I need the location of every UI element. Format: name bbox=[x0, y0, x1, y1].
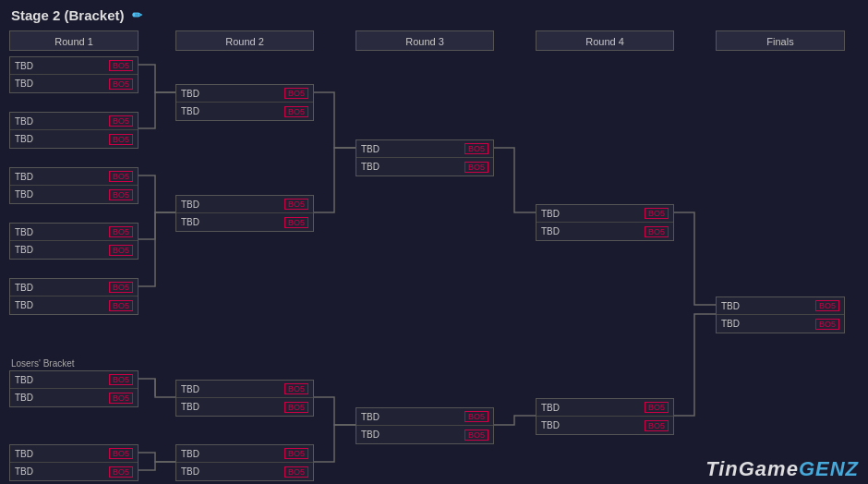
team-row: TBD BO5 bbox=[176, 85, 313, 103]
team-row: TBD BO5 bbox=[10, 57, 138, 75]
team-row: TBD BO5 bbox=[10, 279, 138, 296]
connector-r1-2-r2-1 bbox=[139, 92, 175, 128]
watermark: TinGameGENZ bbox=[705, 457, 859, 481]
match-r1-4: TBD BO5 TBD BO5 bbox=[9, 223, 139, 260]
round2-label: Round 2 bbox=[175, 30, 314, 51]
team-row: TBD BO5 bbox=[176, 196, 313, 213]
team-row: TBD BO5 bbox=[10, 130, 138, 148]
match-finals-1: TBD BO5 TBD BO5 bbox=[716, 296, 845, 333]
connector-r2-1-r3-1 bbox=[314, 92, 356, 148]
team-row: TBD BO5 bbox=[536, 399, 673, 417]
round1-label: Round 1 bbox=[9, 30, 139, 51]
team-row: TBD BO5 bbox=[717, 297, 844, 315]
connector-r1-1-r2-1 bbox=[139, 65, 175, 92]
connector-r3-2-r4-2 bbox=[494, 416, 536, 425]
match-r1-1: TBD BO5 TBD BO5 bbox=[9, 56, 139, 93]
team-row: TBD BO5 bbox=[10, 75, 138, 92]
team-row: TBD BO5 bbox=[10, 371, 138, 389]
team-row: TBD BO5 bbox=[176, 103, 313, 120]
page-title: Stage 2 (Bracket) ✏ bbox=[0, 0, 868, 30]
team-row: TBD BO5 bbox=[176, 445, 313, 463]
team-row: TBD BO5 bbox=[176, 381, 313, 398]
match-r2-1: TBD BO5 TBD BO5 bbox=[175, 84, 314, 121]
team-row: TBD BO5 bbox=[10, 224, 138, 241]
connector-r4-1-finals bbox=[674, 212, 716, 305]
team-row: TBD BO5 bbox=[10, 463, 138, 480]
bracket-wrapper: Round 1 Round 2 Round 3 Round 4 Finals T… bbox=[0, 30, 868, 483]
team-row: TBD BO5 bbox=[10, 168, 138, 186]
connector-r1-4-r2-2 bbox=[139, 212, 175, 239]
connector-r1-7-r2-4 bbox=[139, 453, 175, 462]
team-row: TBD BO5 bbox=[356, 140, 493, 158]
connector-r2-2-r3-1 bbox=[314, 148, 356, 212]
connector-r4-2-finals bbox=[674, 314, 716, 416]
match-r1-7: TBD BO5 TBD BO5 bbox=[9, 444, 139, 481]
team-row: TBD BO5 bbox=[10, 113, 138, 130]
match-r1-2: TBD BO5 TBD BO5 bbox=[9, 112, 139, 149]
team-row: TBD BO5 bbox=[536, 205, 673, 223]
match-r2-4: TBD BO5 TBD BO5 bbox=[175, 444, 314, 481]
round3-label: Round 3 bbox=[356, 30, 494, 51]
team-row: TBD BO5 bbox=[536, 417, 673, 434]
team-row: TBD BO5 bbox=[10, 241, 138, 259]
connector-r1-5-r2-2a bbox=[139, 212, 155, 286]
round4-label: Round 4 bbox=[536, 30, 674, 51]
connector-r2-3-r3-2 bbox=[314, 397, 356, 425]
edit-icon[interactable]: ✏ bbox=[132, 8, 142, 22]
finals-label: Finals bbox=[716, 30, 845, 51]
team-row: TBD BO5 bbox=[356, 408, 493, 426]
team-row: TBD BO5 bbox=[176, 463, 313, 480]
connector-r1-3-r2-2 bbox=[139, 175, 175, 212]
connector-r3-1-r4-1 bbox=[494, 148, 536, 212]
connector-r1-7b-r2-4 bbox=[139, 462, 175, 470]
team-row: TBD BO5 bbox=[10, 186, 138, 203]
losers-bracket-label: Losers' Bracket bbox=[11, 358, 75, 369]
match-r3-2: TBD BO5 TBD BO5 bbox=[356, 407, 494, 444]
match-r1-5: TBD BO5 TBD BO5 bbox=[9, 278, 139, 315]
match-r3-1: TBD BO5 TBD BO5 bbox=[356, 139, 494, 176]
team-row: TBD BO5 bbox=[356, 426, 493, 443]
match-r4-1: TBD BO5 TBD BO5 bbox=[536, 204, 674, 241]
team-row: TBD BO5 bbox=[356, 158, 493, 175]
match-r2-2: TBD BO5 TBD BO5 bbox=[175, 195, 314, 232]
match-r2-3: TBD BO5 TBD BO5 bbox=[175, 380, 314, 417]
team-row: TBD BO5 bbox=[10, 445, 138, 463]
team-row: TBD BO5 bbox=[10, 296, 138, 314]
team-row: TBD BO5 bbox=[176, 398, 313, 416]
connector-r1-6-r2-3 bbox=[139, 379, 175, 397]
team-row: TBD BO5 bbox=[717, 315, 844, 333]
match-r1-6: TBD BO5 TBD BO5 bbox=[9, 370, 139, 407]
match-r4-2: TBD BO5 TBD BO5 bbox=[536, 398, 674, 435]
team-row: TBD BO5 bbox=[536, 223, 673, 240]
team-row: TBD BO5 bbox=[176, 213, 313, 231]
team-row: TBD BO5 bbox=[10, 389, 138, 406]
match-r1-3: TBD BO5 TBD BO5 bbox=[9, 167, 139, 204]
connector-r2-4-r3-2 bbox=[314, 425, 356, 462]
